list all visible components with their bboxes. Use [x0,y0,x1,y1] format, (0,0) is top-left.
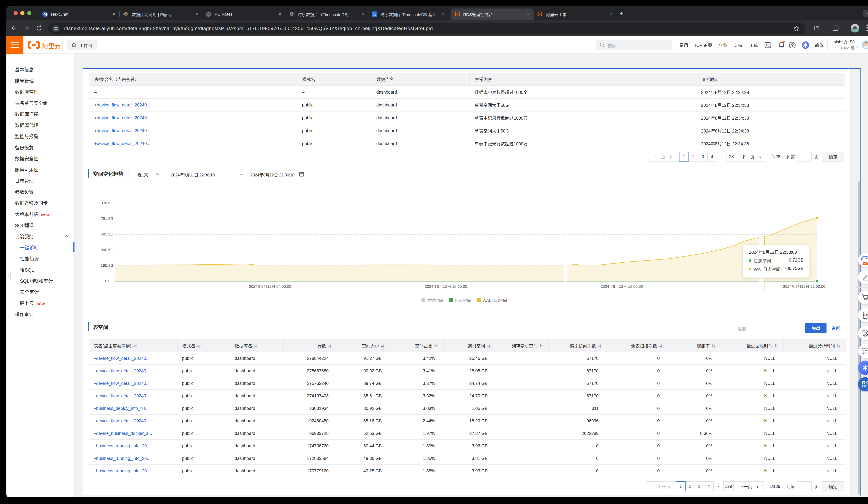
svg-text:知: 知 [373,12,376,16]
svg-text:RDS: RDS [864,263,867,265]
svg-text:APP: APP [862,313,868,317]
